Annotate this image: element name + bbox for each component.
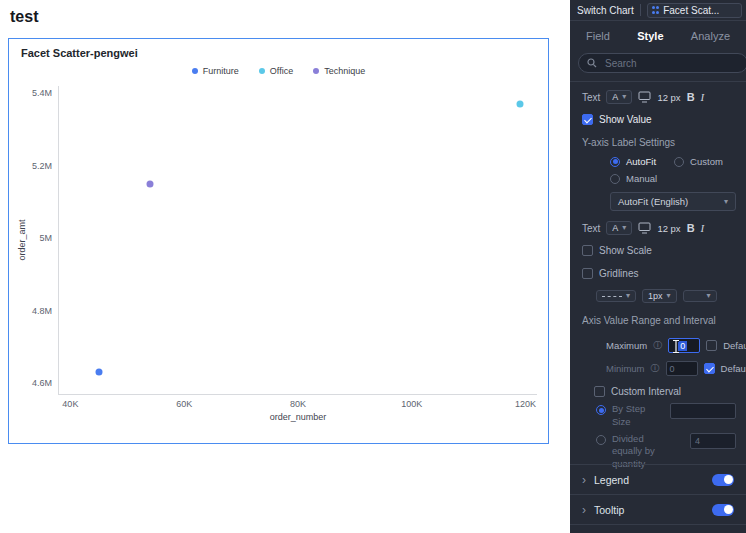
tooltip-toggle[interactable] [712, 504, 734, 516]
manual-label: Manual [626, 173, 657, 184]
legend-item[interactable]: Furniture [192, 66, 239, 76]
show-value-label: Show Value [599, 114, 652, 125]
maximum-default-checkbox[interactable] [706, 340, 717, 351]
font-select-value: A [612, 92, 618, 102]
legend-label: Office [270, 66, 293, 76]
gridlines-checkbox[interactable] [582, 268, 593, 279]
x-tick-label: 40K [62, 399, 78, 409]
autofit-language-value: AutoFit (English) [618, 196, 688, 207]
custom-interval-checkbox[interactable] [594, 386, 605, 397]
italic-button[interactable]: I [701, 91, 705, 103]
y-tick-label: 5.4M [32, 88, 52, 98]
dashboard-canvas: test Facet Scatter-pengwei FurnitureOffi… [0, 0, 570, 533]
line-dash-dropdown[interactable]: ▾ [596, 290, 636, 302]
chevron-down-icon: ▾ [626, 292, 630, 300]
minimum-input[interactable]: 0 [666, 361, 698, 376]
custom-radio[interactable] [674, 157, 684, 167]
autofit-language-dropdown[interactable]: AutoFit (English) ▾ [610, 192, 736, 211]
font-size-value[interactable]: 12 px [657, 92, 680, 103]
tab-style[interactable]: Style [637, 30, 663, 42]
chevron-down-icon: ▾ [622, 224, 626, 232]
collapse-sections: › Legend › Tooltip [570, 464, 746, 525]
custom-interval-label: Custom Interval [611, 386, 681, 397]
monitor-icon [638, 222, 651, 234]
tooltip-section-label: Tooltip [594, 504, 624, 516]
panel-tabs: Field Style Analyze [570, 21, 746, 51]
y-axis-title: order_amt [17, 219, 27, 260]
font-size-value[interactable]: 12 px [657, 223, 680, 234]
minimum-default-checkbox[interactable] [704, 363, 715, 374]
legend-section-label: Legend [594, 474, 629, 486]
minimum-default-label: Default [721, 363, 746, 374]
show-scale-row: Show Scale [570, 245, 746, 256]
legend-dot-icon [192, 68, 198, 74]
chart-card[interactable]: Facet Scatter-pengwei FurnitureOfficeTec… [8, 38, 549, 444]
legend-item[interactable]: Technique [313, 66, 365, 76]
by-step-radio[interactable] [596, 405, 606, 415]
scatter-point[interactable] [95, 369, 102, 376]
line-color-dropdown[interactable]: ▾ [683, 290, 717, 302]
y-tick-label: 4.8M [32, 306, 52, 316]
dashed-line-icon [602, 296, 622, 297]
show-value-row: Show Value [570, 114, 746, 125]
search-icon [587, 58, 597, 68]
chevron-right-icon: › [582, 474, 586, 486]
info-icon: ⓘ [651, 364, 660, 373]
scatter-point[interactable] [516, 101, 523, 108]
search-field[interactable] [603, 57, 739, 70]
chevron-right-icon: › [582, 504, 586, 516]
font-select[interactable]: A ▾ [606, 221, 632, 235]
manual-radio[interactable] [610, 174, 620, 184]
show-value-checkbox[interactable] [582, 114, 593, 125]
tooltip-section[interactable]: › Tooltip [570, 494, 746, 525]
search-input[interactable] [578, 53, 746, 73]
font-select-value: A [612, 223, 618, 233]
by-step-row: By Step Size [570, 403, 746, 429]
tab-analyze[interactable]: Analyze [691, 30, 730, 42]
show-scale-label: Show Scale [599, 245, 652, 256]
maximum-row: Maximum ⓘ 0 Default [570, 338, 746, 353]
show-scale-checkbox[interactable] [582, 245, 593, 256]
divider [570, 81, 746, 82]
font-select[interactable]: A ▾ [606, 90, 632, 104]
line-width-value: 1px [648, 291, 663, 301]
scatter-point[interactable] [147, 180, 154, 187]
search-row: ⋮ [578, 53, 740, 73]
legend-toggle[interactable] [712, 474, 734, 486]
y-tick-label: 5M [39, 233, 52, 243]
chevron-down-icon: ▾ [724, 198, 728, 206]
bold-button[interactable]: B [687, 91, 695, 103]
chart-type-dropdown[interactable]: Facet Scat... [647, 3, 742, 18]
x-axis-title: order_number [270, 412, 327, 422]
line-width-dropdown[interactable]: 1px ▾ [642, 289, 677, 303]
legend-section[interactable]: › Legend [570, 464, 746, 494]
text-cursor-icon [671, 339, 681, 354]
italic-button[interactable]: I [701, 222, 705, 234]
divided-equally-radio[interactable] [596, 435, 606, 445]
chart-legend: FurnitureOfficeTechnique [9, 66, 548, 76]
text-style-row-2: Text A ▾ 12 px B I [570, 221, 746, 235]
y-tick-label: 4.6M [32, 378, 52, 388]
gridlines-row: Gridlines [570, 268, 746, 279]
chevron-down-icon: ▾ [667, 292, 671, 300]
dashboard-title: test [10, 8, 38, 26]
minimum-label: Minimum [606, 363, 645, 374]
bold-button[interactable]: B [687, 222, 695, 234]
legend-dot-icon [259, 68, 265, 74]
x-tick-label: 60K [176, 399, 192, 409]
screen-size-button[interactable] [638, 91, 651, 103]
monitor-icon [638, 91, 651, 103]
custom-interval-row: Custom Interval [570, 386, 746, 397]
chevron-down-icon: ▾ [622, 93, 626, 101]
tab-field[interactable]: Field [586, 30, 610, 42]
switch-chart-label: Switch Chart [577, 5, 634, 16]
facet-scatter-icon [652, 6, 660, 14]
by-step-label: By Step Size [612, 403, 656, 429]
maximum-input[interactable]: 0 [668, 338, 700, 353]
autofit-radio[interactable] [610, 157, 620, 167]
screen-size-button[interactable] [638, 222, 651, 234]
maximum-default-label: Default [723, 340, 746, 351]
step-size-input[interactable] [670, 403, 736, 419]
divided-quantity-input[interactable] [690, 433, 736, 449]
legend-item[interactable]: Office [259, 66, 293, 76]
